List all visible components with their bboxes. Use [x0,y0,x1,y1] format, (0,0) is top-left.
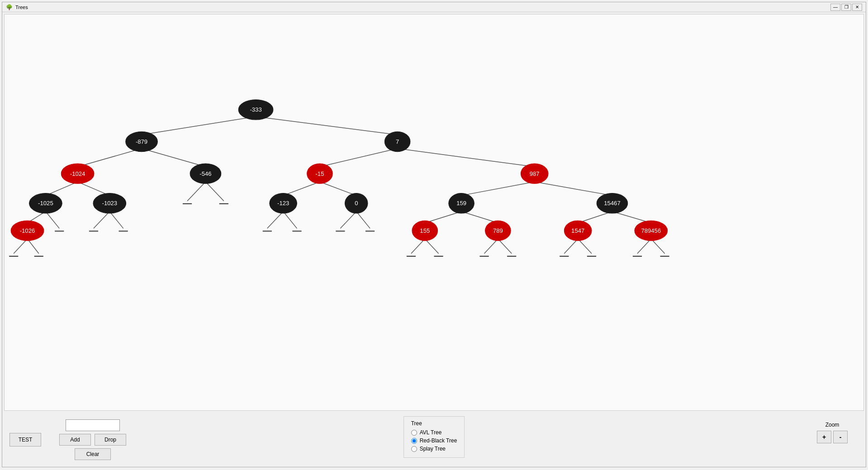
svg-line-26 [14,239,27,254]
app-icon: 🌳 [6,4,13,10]
radio-rbt: Red-Black Tree [411,437,457,444]
radio-avl-label: AVL Tree [420,429,442,436]
tree-selector-title: Tree [411,420,457,427]
minimize-button[interactable]: — [830,4,840,11]
svg-line-18 [267,212,283,228]
svg-line-5 [398,149,535,167]
svg-line-22 [425,212,461,223]
node-n1024-label: -1024 [70,170,85,177]
node-n123-label: -123 [277,200,289,207]
svg-line-15 [46,212,59,228]
svg-line-20 [340,212,356,228]
svg-line-1 [256,117,398,135]
zoom-in-button[interactable]: + [817,431,831,443]
bottom-bar: TEST Add Drop Clear Tree AVL Tree Red-Bl… [2,413,866,467]
svg-line-28 [411,239,425,254]
title-bar-left: 🌳 Trees [6,4,28,10]
node-n159-label: 159 [456,200,466,207]
svg-line-27 [28,239,39,254]
input-section: Add Drop Clear [59,419,126,460]
svg-line-32 [564,239,578,254]
node-n7-label: 7 [396,138,399,145]
app-title: Trees [15,5,28,10]
svg-line-31 [498,239,512,254]
svg-line-13 [535,182,612,195]
svg-line-4 [320,149,398,167]
svg-line-3 [142,149,205,167]
node-n879-label: -879 [136,138,147,145]
node-root-label: -333 [250,106,261,113]
svg-line-8 [187,182,205,201]
drop-button[interactable]: Drop [95,434,126,446]
node-n0-label: 0 [355,200,358,207]
node-n1026-label: -1026 [20,227,35,234]
svg-line-10 [283,182,320,195]
radio-rbt-label: Red-Black Tree [420,437,457,444]
radio-rbt-input[interactable] [411,438,417,444]
node-n1547-label: 1547 [571,227,584,234]
radio-avl-input[interactable] [411,430,417,436]
add-button[interactable]: Add [59,434,91,446]
svg-line-34 [637,239,651,254]
radio-splay-input[interactable] [411,446,417,452]
node-n1023-label: -1023 [102,200,118,207]
radio-avl: AVL Tree [411,429,457,436]
node-n15467-label: 15467 [604,200,620,207]
add-drop-row: Add Drop [59,434,126,446]
restore-button[interactable]: ❐ [841,4,851,11]
node-n15-label: -15 [315,170,324,177]
title-bar: 🌳 Trees — ❐ ✕ [2,2,866,12]
svg-line-12 [461,182,535,195]
node-n155-label: 155 [420,227,430,234]
svg-line-30 [484,239,498,254]
svg-line-9 [205,182,223,201]
svg-line-23 [461,212,498,223]
tree-canvas: -333 -879 7 -1024 -546 -15 987 -1025 [4,14,864,411]
svg-line-16 [94,212,109,228]
svg-line-35 [651,239,664,254]
title-bar-controls: — ❐ ✕ [830,4,862,11]
node-n789-label: 789 [493,227,503,234]
node-n546-label: -546 [199,170,211,177]
node-n1025-label: -1025 [38,200,53,207]
svg-line-11 [320,182,356,195]
svg-line-21 [356,212,370,228]
tree-selector: Tree AVL Tree Red-Black Tree Splay Tree [403,416,465,458]
tree-svg: -333 -879 7 -1024 -546 -15 987 -1025 [5,14,863,410]
zoom-out-button[interactable]: - [833,431,848,443]
zoom-section: Zoom + - [817,422,848,443]
zoom-buttons: + - [817,431,848,443]
test-button[interactable]: TEST [9,433,41,446]
svg-line-19 [283,212,297,228]
node-n987-label: 987 [530,170,540,177]
radio-splay-label: Splay Tree [420,446,446,452]
svg-line-29 [425,239,438,254]
radio-splay: Splay Tree [411,446,457,452]
value-input[interactable] [66,419,120,431]
main-window: 🌳 Trees — ❐ ✕ [2,2,866,467]
svg-line-0 [142,117,256,135]
node-n789456-label: 789456 [641,227,661,234]
zoom-label: Zoom [825,422,840,428]
close-button[interactable]: ✕ [852,4,862,11]
svg-line-33 [578,239,592,254]
clear-button[interactable]: Clear [75,448,111,460]
svg-line-17 [109,212,123,228]
svg-line-2 [78,149,142,167]
